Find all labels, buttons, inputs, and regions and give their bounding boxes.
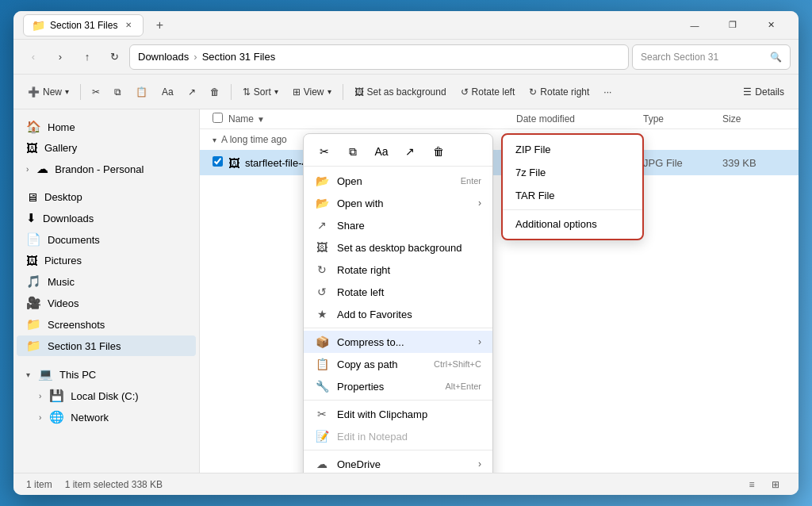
sidebar-item-downloads[interactable]: ⬇ Downloads 📌 <box>17 208 196 228</box>
rotate-left-button[interactable]: ↺ Rotate left <box>454 79 522 105</box>
details-label: Details <box>755 86 784 98</box>
sidebar-item-screenshots[interactable]: 📁 Screenshots <box>17 314 196 335</box>
titlebar: 📁 Section 31 Files ✕ + — ❐ ✕ <box>13 11 799 40</box>
downloads-icon: ⬇ <box>26 211 36 225</box>
set-background-button[interactable]: 🖼 Set as background <box>348 79 453 105</box>
view-button[interactable]: ⊞ View ▾ <box>286 79 338 105</box>
breadcrumb[interactable]: Downloads › Section 31 Files <box>129 44 629 70</box>
submenu-7z[interactable]: 7z File <box>503 161 642 184</box>
ctx-props-shortcut: Alt+Enter <box>445 381 481 391</box>
ctx-clipchamp[interactable]: ✂ Edit with Clipchamp <box>304 403 492 425</box>
ctx-properties[interactable]: 🔧 Properties Alt+Enter <box>304 375 492 397</box>
sidebar-desktop-label: Desktop <box>44 191 82 203</box>
paste-button[interactable]: 📋 <box>129 79 154 105</box>
tab-close-button[interactable]: ✕ <box>122 19 135 32</box>
refresh-button[interactable]: ↻ <box>102 45 126 69</box>
forward-button[interactable]: › <box>48 45 72 69</box>
submenu-tar[interactable]: TAR File <box>503 184 642 207</box>
rotate-left-icon: ↺ <box>461 86 469 98</box>
sidebar-pictures-label: Pictures <box>44 255 82 266</box>
localdisk-icon: 💾 <box>49 389 64 403</box>
sidebar-item-network[interactable]: › 🌐 Network <box>17 407 196 427</box>
breadcrumb-item-section31[interactable]: Section 31 Files <box>202 51 276 63</box>
details-button[interactable]: ☰ Details <box>737 79 791 105</box>
ctx-rotate-right[interactable]: ↻ Rotate right <box>304 259 492 281</box>
ctx-cut-button[interactable]: ✂ <box>312 140 337 163</box>
sort-label: Sort <box>254 86 271 98</box>
sidebar-item-documents[interactable]: 📄 Documents 📌 <box>17 229 196 250</box>
rename-button[interactable]: Aa <box>155 79 180 105</box>
navbar: ‹ › ↑ ↻ Downloads › Section 31 Files Sea… <box>13 40 799 75</box>
sidebar-item-gallery[interactable]: 🖼 Gallery <box>17 138 196 158</box>
breadcrumb-item-downloads[interactable]: Downloads <box>138 51 189 63</box>
more-button[interactable]: ··· <box>597 79 618 105</box>
sidebar-music-label: Music <box>48 276 75 288</box>
compress-submenu: ZIP File 7z File TAR File Additional opt… <box>501 133 644 240</box>
view-label: View <box>304 86 324 98</box>
grid-view-toggle[interactable]: ⊞ <box>765 476 786 493</box>
maximize-button[interactable]: ❐ <box>714 13 751 38</box>
tar-label: TAR File <box>515 190 555 201</box>
rename-icon: Aa <box>162 86 174 98</box>
sidebar-item-music[interactable]: 🎵 Music 📌 <box>17 271 196 292</box>
submenu-separator <box>503 209 642 210</box>
new-button[interactable]: ➕ New ▾ <box>21 79 75 105</box>
ctx-clipchamp-icon: ✂ <box>315 408 329 420</box>
ctx-rotate-left[interactable]: ↺ Rotate left <box>304 281 492 303</box>
ctx-props-icon: 🔧 <box>315 380 329 393</box>
submenu-additional[interactable]: Additional options <box>503 213 642 236</box>
sidebar-item-desktop[interactable]: 🖥 Desktop 📌 <box>17 187 196 207</box>
context-menu-overlay: ✂ ⧉ Aa ↗ 🗑 📂 Open Enter 📂 Open with <box>200 109 799 473</box>
list-view-toggle[interactable]: ≡ <box>741 476 762 493</box>
ctx-compress-label: Compress to... <box>337 336 470 348</box>
copy-icon: ⧉ <box>114 86 121 98</box>
search-box[interactable]: Search Section 31 🔍 <box>632 44 791 70</box>
ctx-rename-button[interactable]: Aa <box>369 140 394 163</box>
new-tab-button[interactable]: + <box>148 14 170 36</box>
ctx-share-button[interactable]: ↗ <box>397 140 423 163</box>
ctx-set-desktop[interactable]: 🖼 Set as desktop background <box>304 236 492 259</box>
sidebar-item-localdisk[interactable]: › 💾 Local Disk (C:) <box>17 385 196 406</box>
ctx-copy-button[interactable]: ⧉ <box>340 140 366 163</box>
minimize-button[interactable]: — <box>676 13 713 38</box>
ctx-compress[interactable]: 📦 Compress to... › <box>304 331 492 353</box>
ctx-add-favorites[interactable]: ★ Add to Favorites <box>304 303 492 325</box>
content-area: 🏠 Home 🖼 Gallery › ☁ Brandon - Personal … <box>13 109 799 473</box>
sidebar-item-pictures[interactable]: 🖼 Pictures 📌 <box>17 251 196 270</box>
ctx-share[interactable]: ↗ Share <box>304 214 492 236</box>
statusbar-count: 1 item <box>26 479 52 490</box>
ctx-copy-path[interactable]: 📋 Copy as path Ctrl+Shift+C <box>304 353 492 375</box>
close-button[interactable]: ✕ <box>753 13 789 38</box>
network-expand-icon: › <box>39 413 41 422</box>
ctx-open[interactable]: 📂 Open Enter <box>304 170 492 192</box>
sidebar-item-home[interactable]: 🏠 Home <box>17 117 196 137</box>
details-icon: ☰ <box>743 86 752 98</box>
copy-button[interactable]: ⧉ <box>108 79 128 105</box>
active-tab[interactable]: 📁 Section 31 Files ✕ <box>23 14 144 36</box>
new-label: New <box>43 86 62 98</box>
back-button[interactable]: ‹ <box>21 45 45 69</box>
desktop-icon: 🖥 <box>26 190 38 204</box>
sidebar-item-thispc[interactable]: ▾ 💻 This PC <box>17 364 196 385</box>
sidebar-item-section31[interactable]: 📁 Section 31 Files <box>17 335 196 356</box>
cut-button[interactable]: ✂ <box>86 79 106 105</box>
delete-button[interactable]: 🗑 <box>204 79 226 105</box>
ctx-open-with[interactable]: 📂 Open with › <box>304 192 492 214</box>
breadcrumb-separator: › <box>193 51 197 63</box>
ctx-onedrive-arrow: › <box>478 458 481 470</box>
zip-label: ZIP File <box>515 144 551 155</box>
sidebar-videos-label: Videos <box>48 297 79 309</box>
share-button[interactable]: ↗ <box>182 79 202 105</box>
sidebar-item-brandon[interactable]: › ☁ Brandon - Personal <box>17 159 196 179</box>
ctx-compress-arrow: › <box>478 336 481 347</box>
ctx-delete-button[interactable]: 🗑 <box>426 140 451 163</box>
ctx-notepad[interactable]: 📝 Edit in Notepad <box>304 425 492 447</box>
ctx-onedrive-icon: ☁ <box>315 458 329 470</box>
rotate-right-button[interactable]: ↻ Rotate right <box>523 79 596 105</box>
submenu-zip[interactable]: ZIP File <box>503 138 642 161</box>
sort-button[interactable]: ⇅ Sort ▾ <box>236 79 285 105</box>
sidebar-item-videos[interactable]: 🎥 Videos 📌 <box>17 293 196 313</box>
up-button[interactable]: ↑ <box>75 45 99 69</box>
ctx-onedrive[interactable]: ☁ OneDrive › <box>304 453 492 473</box>
sidebar-downloads-label: Downloads <box>43 213 94 224</box>
